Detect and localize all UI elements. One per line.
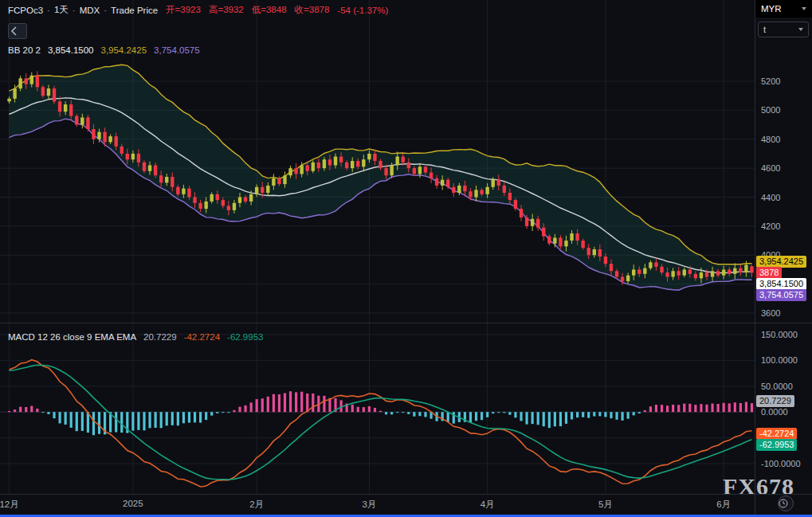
series-type-label: Trade Price <box>111 6 158 15</box>
price-tick: 5000 <box>761 104 780 116</box>
time-scale[interactable]: 12月20252月3月4月5月6月 <box>0 494 812 515</box>
bb-basis-badge: 3,854.1500 <box>756 278 806 290</box>
bb-lower-value: 3,754.0575 <box>154 45 200 55</box>
symbol-name[interactable]: FCPOc3 <box>8 6 43 15</box>
price-tick: 5200 <box>761 76 780 87</box>
symbol-legend-row: FCPOc3 · 1天 · MDX · Trade Price 开=3923 高… <box>8 4 388 16</box>
change-value: -54 (-1.37%) <box>337 6 388 15</box>
interval-label[interactable]: 1天 <box>54 4 69 16</box>
bb-upper-badge: 3,954.2425 <box>756 256 806 268</box>
pane-separator[interactable] <box>0 323 812 323</box>
time-tick: 4月 <box>469 499 507 511</box>
macd-chart-canvas[interactable] <box>0 323 755 494</box>
macd-tick: 100.0000 <box>761 354 798 366</box>
macd-hist-badge: 20.7229 <box>756 395 794 407</box>
macd-tick: 0.0000 <box>761 406 788 417</box>
open-value: 开=3923 <box>166 4 201 16</box>
currency-label: MYR <box>761 4 782 14</box>
price-tick: 4800 <box>761 134 780 145</box>
macd-line-badge: -42.2724 <box>756 428 797 440</box>
currency-selector[interactable]: MYR <box>755 0 812 18</box>
separator-dot: · <box>47 6 50 15</box>
trading-chart-app: FCPOc3 · 1天 · MDX · Trade Price 开=3923 高… <box>0 0 812 517</box>
price-scale[interactable]: MYR t 5200500048004600440042004000380036… <box>755 0 812 517</box>
separator-dot: · <box>104 6 107 15</box>
chevron-down-icon <box>802 7 806 10</box>
exchange-label: MDX <box>80 6 100 15</box>
bb-upper-value: 3,954.2425 <box>100 45 147 55</box>
separator-dot: · <box>73 6 76 15</box>
time-tick: 3月 <box>350 499 388 511</box>
macd-signal-badge: -62.9953 <box>756 439 797 451</box>
time-tick: 5月 <box>586 499 625 511</box>
chart-legend: FCPOc3 · 1天 · MDX · Trade Price 开=3923 高… <box>8 4 388 55</box>
price-tick: 4400 <box>761 192 780 203</box>
time-tick: 2025 <box>114 499 152 508</box>
price-tick: 3600 <box>761 307 780 319</box>
back-button[interactable] <box>8 23 27 39</box>
macd-tick: 150.0000 <box>761 329 798 340</box>
macd-hist-value: 20.7229 <box>143 332 177 342</box>
high-value: 高=3932 <box>209 4 244 16</box>
clock-icon[interactable] <box>778 495 794 511</box>
macd-legend-row: MACD 12 26 close 9 EMA EMA 20.7229 -42.2… <box>8 332 263 342</box>
price-tick: 4200 <box>761 221 780 232</box>
last-price-badge: 3878 <box>756 267 782 279</box>
bb-lower-badge: 3,754.0575 <box>756 289 806 301</box>
price-tick: 4600 <box>761 163 780 174</box>
time-tick: 12月 <box>0 499 29 511</box>
macd-signal-value: -62.9953 <box>227 332 263 342</box>
bb-indicator-label[interactable]: BB 20 2 <box>8 45 41 55</box>
macd-indicator-label[interactable]: MACD 12 26 close 9 EMA EMA <box>8 332 136 342</box>
macd-tick: 50.0000 <box>761 381 793 392</box>
chevron-left-icon <box>8 25 21 37</box>
bb-legend-row: BB 20 2 3,854.1500 3,954.2425 3,754.0575 <box>8 45 388 55</box>
low-value: 低=3848 <box>252 4 287 16</box>
macd-tick: -100.0000 <box>761 458 801 469</box>
chevron-down-icon <box>798 28 803 31</box>
bb-basis-value: 3,854.1500 <box>48 45 94 55</box>
unit-selector[interactable]: t <box>758 22 809 37</box>
unit-label: t <box>763 25 766 34</box>
time-tick: 2月 <box>237 499 276 511</box>
close-value: 收=3878 <box>295 4 330 16</box>
macd-line-value: -42.2724 <box>184 332 220 342</box>
time-tick: 6月 <box>704 499 743 511</box>
